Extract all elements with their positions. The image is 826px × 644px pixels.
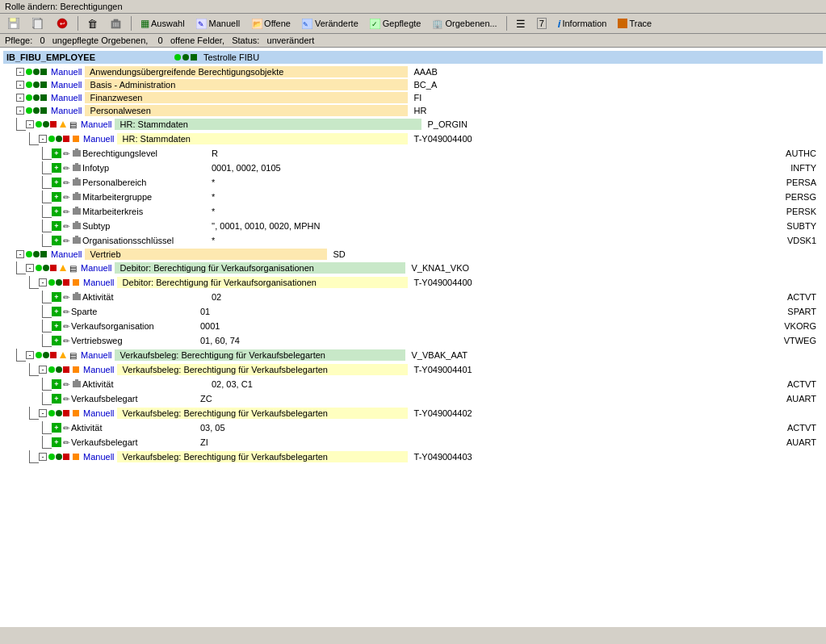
plus-auart2[interactable]: + [52,437,61,447]
plus-actvt1[interactable]: + [52,292,61,302]
edit-auth[interactable]: ✏ [63,149,69,158]
expand-ty400[interactable]: - [39,135,47,143]
expand-ty402[interactable]: - [39,409,47,417]
edit-vkorg[interactable]: ✏ [63,322,69,331]
edit-persg[interactable]: ✏ [63,193,69,202]
plus-persg[interactable]: + [52,192,61,202]
trash-button[interactable] [105,15,126,31]
list-item: - Manuell Verkaufsbeleg: Berechtigung fü… [3,362,823,377]
list-item: + ✏ Vertriebsweg 01, 60, 74 VTWEG [3,333,823,348]
list-item: + ✏ Mitarbeiterkreis * PERSK [3,204,823,219]
trash-actvt1[interactable] [73,292,81,303]
expand-ty400-deb[interactable]: - [39,278,47,286]
copy-button[interactable] [27,15,48,31]
oo-indicator [174,54,197,61]
plus-vtweg[interactable]: + [52,336,61,345]
expand-kna1[interactable]: - [26,264,34,272]
list-item: + ✏ Aktivität 02 ACTVT [3,290,823,304]
svg-rect-30 [73,223,81,229]
svg-text:✓: ✓ [371,20,378,28]
field-name-infty: Infotyp [82,163,212,173]
plus-infty[interactable]: + [52,163,61,173]
number-button[interactable]: 7 [533,16,551,31]
field-code-persk: PERSK [786,207,823,216]
plus-spart[interactable]: + [52,307,61,316]
svg-rect-21 [75,148,78,150]
manuell-label: Manuell [209,19,241,28]
expand-bca[interactable]: - [16,81,24,89]
trash-persg[interactable] [73,192,81,203]
field-code-auart1: AUART [786,394,823,404]
local-save-button[interactable]: ↩ [52,15,73,31]
sq-ty402 [73,410,79,416]
name-ty400: HR: Stammdaten [117,133,408,144]
expand-ty403[interactable]: - [39,453,47,461]
trash-persk[interactable] [73,207,81,217]
plus-auth[interactable]: + [52,148,61,158]
edit-vtweg[interactable]: ✏ [63,337,69,345]
plus-vkorg[interactable]: + [52,321,61,331]
svg-rect-23 [75,163,78,165]
list-item: + ✏ Sparte 01 SPART [3,304,823,319]
save-button[interactable] [3,15,24,31]
save-icon [7,17,20,30]
delete-button[interactable]: 🗑 [83,16,102,31]
trace-button[interactable]: Trace [614,17,656,30]
edit-subty[interactable]: ✏ [63,222,69,231]
plus-vdsk1[interactable]: + [52,236,61,245]
edit-actvt1[interactable]: ✏ [63,293,69,302]
expand-hr[interactable]: - [16,107,24,115]
trash-subty[interactable] [73,221,81,232]
svg-rect-2 [10,23,17,28]
plus-persk[interactable]: + [52,207,61,216]
gepflegte-button[interactable]: ✓ Gepflegte [366,16,426,31]
field-value-infty: 0001, 0002, 0105 [212,163,357,173]
window-title: Rolle ändern: Berechtigungen [5,2,123,11]
auswahl-button[interactable]: ▦ Auswahl [136,16,189,31]
trash-actvt2[interactable] [73,379,81,390]
name-ty403: Verkaufsbeleg: Berechtigung für Verkaufs… [117,451,408,462]
edit-auart1[interactable]: ✏ [63,395,69,404]
edit-spart[interactable]: ✏ [63,307,69,316]
svg-rect-28 [73,208,81,215]
manuell-button[interactable]: ✎ Manuell [192,16,245,31]
field-name-persk: Mitarbeiterkreis [82,207,212,216]
plus-auart1[interactable]: + [52,394,61,404]
checklist-button[interactable]: ☰ [512,16,530,31]
code-ty403: T-Y049004403 [414,452,472,462]
expand-porgin[interactable]: - [26,120,34,128]
field-value-vdsk1: * [212,236,357,245]
code-ty401: T-Y049004401 [414,365,472,374]
status-status-value: unverändert [267,36,315,45]
svg-rect-24 [73,179,81,186]
offene-button[interactable]: 📂 Offene [247,16,295,31]
plus-actvt3[interactable]: + [52,423,61,433]
list-item: - Manuell Finanzwesen FI [3,91,823,104]
trash-persa[interactable] [73,178,81,188]
edit-persa[interactable]: ✏ [63,178,69,187]
plus-persa[interactable]: + [52,178,61,187]
edit-actvt3[interactable]: ✏ [63,424,69,433]
name-porgin: HR: Stammdaten [115,119,421,130]
expand-fi[interactable]: - [16,94,24,102]
expand-aaab[interactable]: - [16,68,24,76]
edit-auart2[interactable]: ✏ [63,438,69,447]
plus-actvt2[interactable]: + [52,379,61,389]
orgebenen-button[interactable]: 🏢 Orgebenen... [428,17,501,31]
expand-sd[interactable]: - [16,250,24,258]
trash-vdsk1[interactable] [73,236,81,246]
expand-vbak[interactable]: - [26,351,34,359]
edit-infty[interactable]: ✏ [63,164,69,173]
veraenderte-button[interactable]: ✎ Veränderte [298,16,363,31]
edit-actvt2[interactable]: ✏ [63,380,69,389]
edit-vdsk1[interactable]: ✏ [63,236,69,245]
trash-infty[interactable] [73,163,81,174]
orgebenen-label: Orgebenen... [445,19,497,28]
info-button[interactable]: i Information [554,16,611,31]
list-item: + ✏ Personalbereich * PERSA [3,175,823,190]
edit-persk[interactable]: ✏ [63,207,69,216]
expand-ty401[interactable]: - [39,366,47,374]
trash-auth[interactable] [73,148,81,159]
plus-subty[interactable]: + [52,221,61,231]
svg-rect-32 [73,237,81,244]
